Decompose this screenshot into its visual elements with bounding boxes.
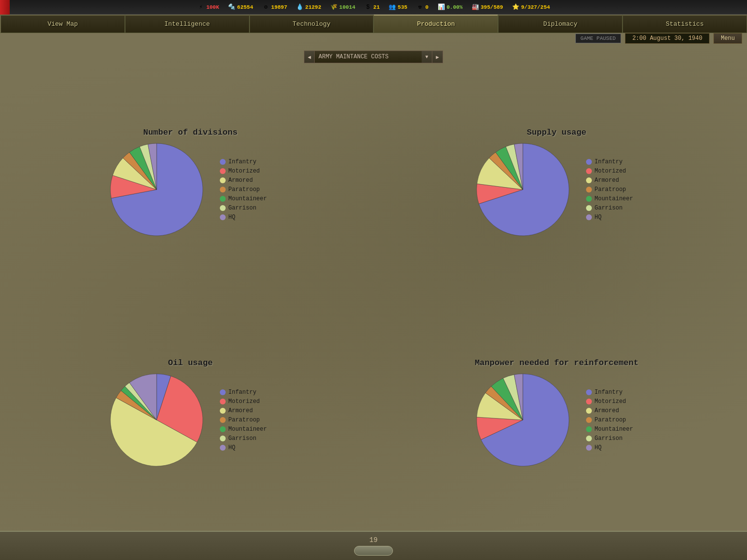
money-value: 21 (374, 4, 380, 10)
legend-label: Garrison (229, 435, 257, 442)
manpower-resource: 👥 535 (389, 3, 408, 11)
legend-color-dot (586, 408, 592, 414)
legend-item: Mountaineer (586, 195, 640, 202)
nav-statistics[interactable]: Statistics (622, 15, 747, 33)
legend-color-dot (220, 168, 226, 174)
chart-title-oil: Oil usage (168, 358, 213, 368)
chart-body-divisions: InfantryMotorizedArmoredParatroopMountai… (108, 141, 273, 238)
legend-item: Motorized (220, 168, 273, 175)
chart-title-supply: Supply usage (527, 128, 586, 137)
legend-label: HQ (229, 214, 235, 221)
legend-color-dot (220, 436, 226, 441)
dropdown-arrow-button[interactable]: ▼ (422, 51, 432, 63)
top-stripe (0, 0, 10, 15)
legend-label: Motorized (595, 168, 626, 175)
legend-item: Paratroop (586, 417, 640, 423)
pie-supply (474, 141, 571, 238)
money-resource: $ 21 (364, 3, 380, 11)
legend-color-dot (220, 177, 226, 183)
chart-section-oil: Oil usageInfantryMotorizedArmoredParatro… (10, 301, 371, 526)
nav-technology[interactable]: Technology (249, 15, 374, 33)
legend-item: Garrison (220, 205, 273, 211)
nav-diplomacy[interactable]: Diplomacy (498, 15, 622, 33)
oil-value: 21292 (305, 4, 321, 10)
legend-label: Motorized (595, 398, 626, 405)
dropdown-next-button[interactable]: ▶ (432, 51, 443, 63)
factories-icon: 🏭 (471, 3, 479, 11)
legend-label: Paratroop (595, 186, 626, 193)
legend-item: HQ (586, 444, 640, 451)
legend-item: Armored (220, 177, 273, 184)
legend-item: Motorized (586, 168, 640, 175)
legend-color-dot (586, 196, 592, 202)
legend-label: Garrison (229, 205, 257, 211)
legend-color-dot (220, 187, 226, 192)
legend-item: HQ (586, 214, 640, 221)
dropdown-select[interactable]: ARMY MAINTANCE COSTS (315, 51, 422, 63)
page-number: 19 (370, 536, 378, 544)
legend-color-dot (586, 205, 592, 211)
legend-color-dot (586, 168, 592, 174)
legend-label: Infantry (229, 389, 257, 396)
nav-production[interactable]: Production (374, 15, 498, 33)
legend-label: Garrison (595, 205, 623, 211)
pie-oil (108, 371, 205, 469)
legend-item: Armored (586, 407, 640, 414)
steel-value: 62554 (237, 4, 253, 10)
alloy-value: 19897 (271, 4, 287, 10)
legend-color-dot (586, 426, 592, 432)
legend-label: HQ (595, 214, 602, 221)
legend-label: Paratroop (595, 417, 626, 423)
nukes-resource: ☢ 0 (416, 3, 429, 11)
legend-color-dot (220, 214, 226, 220)
energy-icon: ⚡ (197, 3, 205, 11)
legend-color-dot (586, 436, 592, 441)
legend-color-dot (220, 417, 226, 423)
pie-manpower (474, 371, 571, 469)
chart-body-manpower: InfantryMotorizedArmoredParatroopMountai… (474, 371, 640, 469)
chart-title-manpower: Manpower needed for reinforcement (475, 358, 639, 368)
stability-value: 0.00% (446, 4, 462, 10)
legend-color-dot (586, 417, 592, 423)
game-paused-label: GAME PAUSED (575, 34, 622, 43)
bottom-bar: 19 (0, 531, 747, 560)
dropdown-prev-button[interactable]: ◀ (304, 51, 315, 63)
nav-view-map[interactable]: View Map (0, 15, 125, 33)
legend-item: Paratroop (220, 417, 273, 423)
legend-color-dot (586, 187, 592, 192)
steel-icon: 🔩 (228, 3, 236, 11)
legend-label: Armored (229, 407, 253, 414)
oil-icon: 💧 (296, 3, 304, 11)
legend-item: Garrison (220, 435, 273, 442)
resource-bar: ⚡ 100K 🔩 62554 ⚙ 19897 💧 21292 🌾 10014 $… (0, 0, 747, 15)
status-bar: GAME PAUSED 2:00 August 30, 1940 Menu (575, 33, 742, 44)
legend-label: Armored (595, 177, 619, 184)
legend-item: Motorized (586, 398, 640, 405)
chart-section-manpower: Manpower needed for reinforcementInfantr… (376, 301, 737, 526)
legend-item: Mountaineer (220, 426, 273, 433)
rubber-icon: 🌾 (330, 3, 338, 11)
nukes-value: 0 (426, 4, 429, 10)
legend-item: Mountaineer (586, 426, 640, 433)
legend-label: Armored (229, 177, 253, 184)
legend-item: Mountaineer (220, 195, 273, 202)
chart-title-divisions: Number of divisions (143, 128, 238, 137)
legend-item: Paratroop (586, 186, 640, 193)
scroll-handle[interactable] (354, 546, 393, 556)
alloy-icon: ⚙ (262, 3, 270, 11)
legend-oil: InfantryMotorizedArmoredParatroopMountai… (220, 389, 273, 451)
legend-label: Mountaineer (229, 426, 267, 433)
legend-label: Infantry (229, 158, 257, 165)
divisions-icon: ⭐ (512, 3, 519, 11)
factories-resource: 🏭 395/589 (471, 3, 503, 11)
alloy-resource: ⚙ 19897 (262, 3, 287, 11)
legend-item: HQ (220, 214, 273, 221)
menu-button[interactable]: Menu (713, 33, 742, 44)
energy-resource: ⚡ 100K (197, 3, 219, 11)
legend-label: Armored (595, 407, 619, 414)
nav-intelligence[interactable]: Intelligence (125, 15, 249, 33)
legend-label: Motorized (229, 398, 260, 405)
legend-item: Infantry (586, 158, 640, 165)
legend-label: Infantry (595, 158, 623, 165)
legend-item: Motorized (220, 398, 273, 405)
